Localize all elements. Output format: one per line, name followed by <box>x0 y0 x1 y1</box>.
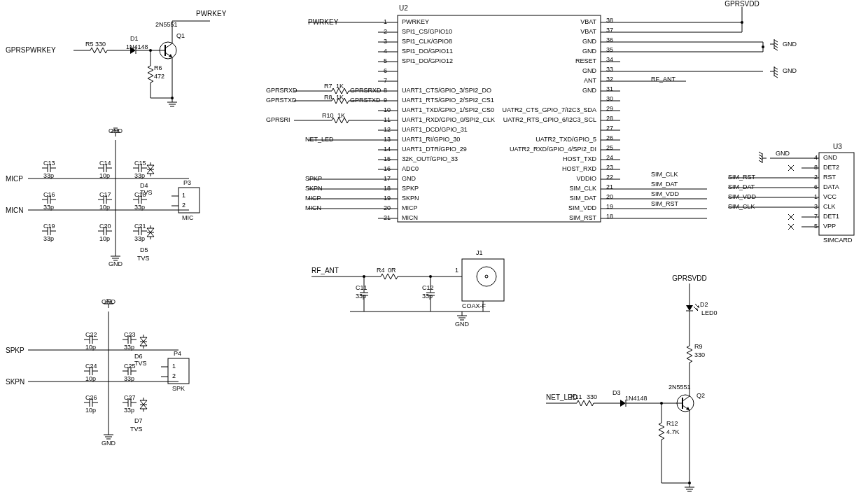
net-spkp: SPKP <box>6 346 24 354</box>
c13-ref: C13 <box>43 160 55 167</box>
spk-gnd-bot: GND <box>102 440 115 447</box>
u2-pin-left-num-12: 12 <box>384 126 391 133</box>
u2-pin-right-name-35: GND <box>582 48 596 55</box>
d6-ref: D6 <box>134 353 143 360</box>
u2-pin-right-name-38: VBAT <box>580 18 596 25</box>
p3-name: MIC <box>182 214 194 221</box>
u2-pin-left-name-1: PWRKEY <box>402 18 429 25</box>
spk-circuit <box>28 300 189 439</box>
u2-pin-right-num-26: 26 <box>606 134 613 141</box>
u3-pin-num-5: 5 <box>814 223 818 230</box>
u2-pin-right-num-23: 23 <box>606 164 613 171</box>
c23-val: 33p <box>124 344 134 351</box>
c21-val: 33p <box>134 235 145 242</box>
r5-val: 330 <box>95 41 106 48</box>
j1-ref: J1 <box>476 249 483 256</box>
u2-pin-right-num-22: 22 <box>606 174 613 181</box>
u3-gnd: GND <box>776 150 790 157</box>
u2-pin-left-num-11: 11 <box>384 116 391 123</box>
u2-pin-right-num-34: 34 <box>606 56 613 63</box>
d6-tvs: TVS <box>134 360 147 367</box>
u3-pin-num-2: 2 <box>814 174 818 181</box>
u2-pin-left-num-8: 8 <box>384 87 387 94</box>
u2-simrst: SIM_RST <box>651 200 678 207</box>
c18-val: 33p <box>134 204 145 211</box>
u2-pin-left-num-6: 6 <box>384 67 387 74</box>
u2-pin-left-num-14: 14 <box>384 146 391 153</box>
c16-val: 33p <box>43 204 54 211</box>
u2-pin-left-num-10: 10 <box>384 106 391 113</box>
p4-pin2: 2 <box>172 372 176 379</box>
u2-pin-left-num-5: 5 <box>384 57 387 64</box>
net-gprstxd2: GPRSTXD <box>350 97 381 104</box>
net-gprspwrkey: GPRSPWRKEY <box>6 46 56 54</box>
c12-val: 33p <box>422 293 433 300</box>
c22-ref: C22 <box>85 331 97 338</box>
net-micp: MICP <box>6 175 23 183</box>
net-skpn: SKPN <box>6 378 24 386</box>
u2-pin-right-num-36: 36 <box>606 36 613 43</box>
u2-pin-right-num-35: 35 <box>606 46 613 53</box>
u2-pin-right-name-24: HOST_TXD <box>563 155 596 162</box>
u3-simclk: SIM_CLK <box>728 203 755 210</box>
u2-ic <box>294 7 778 222</box>
u3-ref: U3 <box>833 143 842 150</box>
u3-simvdd: SIM_VDD <box>728 193 756 200</box>
u2-pin-right-num-32: 32 <box>606 76 613 83</box>
net-netled: NET_LED <box>305 136 334 143</box>
u2-pin-right-name-21: SIM_CLK <box>569 185 596 192</box>
mic-gnd-top: GND <box>108 127 122 134</box>
u3-pin-num-7: 7 <box>814 213 818 220</box>
u3-pin-num-8: 8 <box>814 164 818 171</box>
u2-pin-right-name-26: UATR2_TXD/GPIO_5 <box>536 136 596 143</box>
u2-pin-left-name-15: 32K_OUT/GPIO_33 <box>402 155 458 162</box>
ant-gnd: GND <box>455 321 469 328</box>
p3-ref: P3 <box>183 179 191 186</box>
u2-pin-left-num-19: 19 <box>384 195 391 202</box>
net-rfant: RF_ANT <box>651 76 676 83</box>
d3-ref: D3 <box>612 389 621 396</box>
u2-pin-left-num-7: 7 <box>384 77 387 84</box>
u2-pin-right-num-30: 30 <box>606 95 613 102</box>
u2-pin-right-num-20: 20 <box>606 193 613 200</box>
u3-pin-name-8: DET2 <box>823 164 839 171</box>
c19-val: 33p <box>43 235 54 242</box>
net-gprsrxd: GPRSRXD <box>266 87 298 94</box>
p4-ref: P4 <box>174 350 181 357</box>
j1-name: COAX-F <box>462 302 486 309</box>
p3-pin2: 2 <box>182 202 186 209</box>
u2-pin-left-name-14: UART1_DTR/GPIO_29 <box>402 146 467 153</box>
r11-ref: R11 <box>570 393 582 400</box>
u2-pin-right-num-37: 37 <box>606 27 613 34</box>
c20-val: 10p <box>99 235 110 242</box>
net-gprsri: GPRSRI <box>266 116 290 123</box>
r6-val: 472 <box>154 73 164 80</box>
r10-val: 1K <box>337 112 345 119</box>
p4-pin1: 1 <box>172 363 176 370</box>
c27-val: 33p <box>124 407 134 414</box>
u3-simdat: SIM_DAT <box>728 183 755 190</box>
u2-pin-left-num-15: 15 <box>384 155 391 162</box>
d5-ref: D5 <box>140 246 148 253</box>
u2-pin-right-num-24: 24 <box>606 154 613 161</box>
q1-val: 2N5551 <box>155 21 178 28</box>
u2-pin-left-name-17: GND <box>402 175 416 182</box>
c24-val: 10p <box>85 375 96 382</box>
c15-ref: C15 <box>134 160 146 167</box>
u2-simdat: SIM_DAT <box>651 181 678 188</box>
c13-val: 33p <box>43 172 54 179</box>
u2-pin-left-name-11: UART1_RXD/GPIO_0/SPI2_CLK <box>402 116 495 123</box>
u2-pin-left-num-13: 13 <box>384 136 391 143</box>
d4-tvs: TVS <box>140 189 153 196</box>
r12-ref: R12 <box>666 420 678 427</box>
u2-pin-left-num-16: 16 <box>384 165 391 172</box>
d1-ref: D1 <box>130 35 139 42</box>
u2-pin-right-name-31: GND <box>582 87 596 94</box>
u3-pin-num-4: 4 <box>814 154 818 161</box>
u2-pin-left-num-1: 1 <box>384 18 387 25</box>
d2-ref: D2 <box>700 301 708 308</box>
d4-ref: D4 <box>140 182 148 189</box>
c26-val: 10p <box>85 407 96 414</box>
c19-ref: C19 <box>43 223 55 230</box>
u2-pin-left-name-13: UART1_RI/GPIO_30 <box>402 136 460 143</box>
